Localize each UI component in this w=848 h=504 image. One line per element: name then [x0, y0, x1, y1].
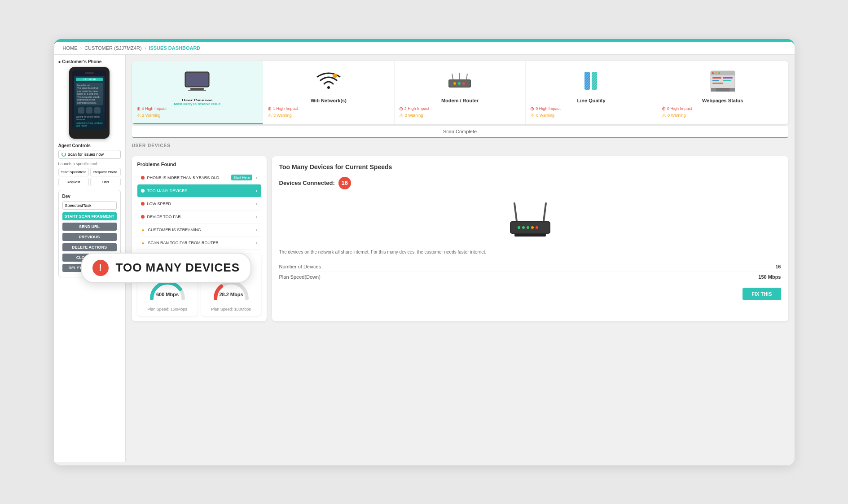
svg-point-24	[715, 72, 717, 74]
dev-title: Dev	[62, 194, 117, 199]
tool-photo[interactable]: Request Photo	[90, 168, 121, 176]
breadcrumb-sep1: ›	[80, 45, 82, 51]
category-wifi[interactable]: Wifi Network(s) ⊕ 1 High Impact ⚠ 3 Warn…	[263, 61, 395, 124]
right-panel-desc: The devices on the network all share int…	[279, 249, 781, 255]
problem-item-too-many-devices[interactable]: TOO MANY DEVICES ›	[137, 184, 261, 197]
svg-rect-30	[712, 83, 723, 84]
svg-rect-32	[716, 88, 729, 92]
svg-rect-28	[723, 77, 733, 79]
router-image	[279, 197, 781, 241]
svg-point-5	[333, 74, 337, 78]
problems-title: Problems Found	[137, 162, 261, 167]
stat-high-web: ⊕ 0 High Impact	[662, 106, 784, 112]
stat-warn-web: ⚠ 0 Warning	[662, 113, 784, 118]
problem-dot-low-speed	[141, 202, 145, 206]
tool-find[interactable]: Find	[90, 178, 121, 186]
right-panel: Too Many Devices for Current Speeds Devi…	[272, 156, 788, 321]
dev-btn-previous[interactable]: PREVIOUS	[62, 233, 117, 241]
dev-btn-scan-fragment[interactable]: START SCAN FRAGMENT	[62, 212, 117, 220]
cat-name-wifi: Wifi Network(s)	[311, 98, 347, 103]
category-cards: User Devices Most likely to resolve issu…	[132, 61, 788, 124]
most-likely-label: Most likely to resolve issue	[132, 101, 263, 107]
problem-text-scan-far: SCAN RAN TOO FAR FROM ROUTER	[148, 241, 255, 245]
svg-point-41	[536, 226, 538, 229]
problem-item-phone-old[interactable]: PHONE IS MORE THAN 5 YEARS OLD Start Her…	[137, 171, 261, 184]
stat-warn-label: 2 Warning	[142, 113, 161, 118]
category-modem[interactable]: Modem / Router ⊕ 2 High Impact ⚠ 2 Warni…	[395, 61, 526, 124]
category-user-devices[interactable]: User Devices Most likely to resolve issu…	[132, 61, 264, 124]
svg-rect-2	[190, 88, 204, 90]
svg-point-39	[527, 226, 529, 229]
main-container: HOME › CUSTOMER (SJJ7MZ4R) › ISSUES DASH…	[54, 39, 795, 465]
problem-arrow: ›	[256, 175, 258, 181]
scan-icon	[62, 152, 66, 157]
breadcrumb-customer[interactable]: CUSTOMER (SJJ7MZ4R)	[84, 45, 142, 51]
svg-rect-27	[712, 80, 719, 81]
svg-point-25	[718, 72, 720, 74]
problem-text-too-far: DEVICE TOO FAR	[147, 215, 256, 219]
dev-input[interactable]	[62, 202, 117, 210]
svg-point-37	[518, 226, 520, 229]
svg-point-9	[458, 82, 461, 85]
problem-triangle-scan: ▲	[141, 240, 145, 245]
phone-screen-content: SJJ7MZ4R Issue FoundThe agent found that…	[74, 76, 105, 129]
fix-this-button[interactable]: FIX THIS	[743, 288, 781, 300]
launch-tool-title: Launch a specific tool:	[58, 162, 121, 166]
scan-button[interactable]: Scan for issues now	[58, 150, 121, 159]
info-value-devices: 16	[775, 264, 781, 269]
problem-text-streaming: CUSTOMER IS STREAMING	[148, 228, 255, 232]
info-table: Number of Devices 16 Plan Speed(Down) 15…	[279, 262, 781, 282]
problem-arrow-too-far: ›	[256, 214, 258, 220]
svg-rect-42	[514, 234, 546, 237]
cat-stats-user-devices: ⊕ 4 High Impact ⚠ 2 Warning	[136, 106, 259, 118]
svg-line-33	[514, 203, 517, 221]
device-count-badge: 16	[338, 177, 351, 189]
breadcrumb-sep2: ›	[145, 45, 146, 51]
phone-notch	[85, 72, 94, 74]
phone-link: Instructions: How to reboot your router	[76, 122, 103, 127]
dev-btn-delete-actions[interactable]: DELETE ACTIONS	[62, 243, 117, 251]
problem-item-low-speed[interactable]: LOW SPEED ›	[137, 197, 261, 210]
tool-speedtest[interactable]: Start Speedtest	[58, 168, 89, 176]
breadcrumb-current: ISSUES DASHBOARD	[149, 45, 200, 51]
svg-rect-29	[723, 80, 731, 81]
problem-item-streaming[interactable]: ▲ CUSTOMER IS STREAMING ›	[137, 224, 261, 237]
category-line-quality[interactable]: Line Quality ⊕ 0 High Impact ⚠ 0 Warning	[526, 61, 657, 124]
router-svg	[499, 197, 562, 241]
phone-preview: SJJ7MZ4R Issue FoundThe agent found that…	[69, 67, 110, 139]
problem-item-scan-far[interactable]: ▲ SCAN RAN TOO FAR FROM ROUTER ›	[137, 237, 261, 250]
svg-rect-15	[584, 72, 590, 90]
info-label-devices: Number of Devices	[279, 264, 321, 269]
cat-name-line-quality: Line Quality	[577, 98, 606, 103]
info-row-speed: Plan Speed(Down) 150 Mbps	[279, 272, 781, 282]
problem-dot-red	[141, 176, 145, 180]
svg-line-13	[466, 74, 467, 79]
agent-controls-title: Agent Controls	[58, 143, 121, 148]
phone-section-title: ● Customer's Phone	[58, 59, 121, 64]
phone-icon-3	[94, 107, 101, 114]
problem-dot-too-far	[141, 215, 145, 219]
problems-panel: Problems Found PHONE IS MORE THAN 5 YEAR…	[132, 156, 267, 321]
stat-high-line: ⊕ 0 High Impact	[530, 106, 652, 112]
upload-plan: Plan Speed: 100Mbps	[206, 307, 257, 311]
stat-warn-modem: ⚠ 2 Warning	[399, 113, 521, 118]
problem-text-low-speed: LOW SPEED	[147, 202, 256, 206]
problem-text-too-many: TOO MANY DEVICES	[147, 188, 256, 193]
start-here-label: Start Here	[231, 175, 252, 180]
download-plan: Plan Speed: 150Mbps	[142, 307, 193, 311]
webpages-icon	[707, 67, 738, 94]
category-webpages[interactable]: Webpages Status ⊕ 0 High Impact ⚠ 0 Warn…	[657, 61, 788, 124]
dev-btn-send-url[interactable]: SEND URL	[62, 223, 117, 231]
problem-arrow-scan: ›	[256, 240, 258, 246]
upload-speed-text: 28.2 Mbps	[219, 292, 243, 297]
stat-high-modem: ⊕ 2 High Impact	[399, 106, 521, 112]
cat-stats-line: ⊕ 0 High Impact ⚠ 0 Warning	[530, 106, 652, 118]
stat-warn-wifi: ⚠ 3 Warning	[268, 113, 390, 118]
svg-rect-36	[511, 222, 549, 233]
breadcrumb-home[interactable]: HOME	[63, 45, 78, 51]
tool-request[interactable]: Request	[58, 178, 89, 186]
wifi-icon	[313, 67, 344, 94]
breadcrumb: HOME › CUSTOMER (SJJ7MZ4R) › ISSUES DASH…	[54, 42, 795, 55]
problem-item-too-far[interactable]: DEVICE TOO FAR ›	[137, 210, 261, 224]
cat-name-modem: Modem / Router	[441, 98, 479, 103]
